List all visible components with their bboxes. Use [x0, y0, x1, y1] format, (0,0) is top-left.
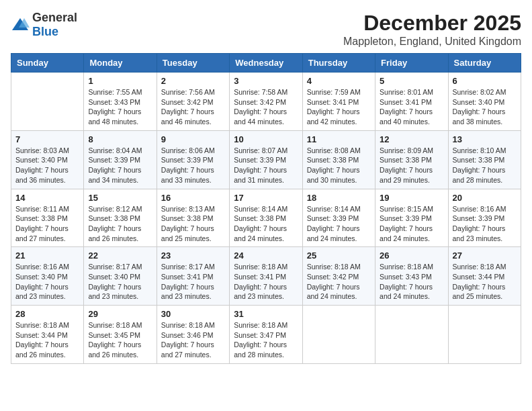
- calendar-week-2: 7Sunrise: 8:03 AMSunset: 3:40 PMDaylight…: [11, 130, 521, 189]
- day-info: Sunrise: 7:55 AMSunset: 3:43 PMDaylight:…: [88, 87, 152, 127]
- day-info: Sunrise: 8:01 AMSunset: 3:41 PMDaylight:…: [380, 87, 443, 127]
- calendar-cell: [11, 73, 84, 131]
- calendar-cell: 25Sunrise: 8:18 AMSunset: 3:42 PMDayligh…: [302, 247, 375, 306]
- calendar-cell: 22Sunrise: 8:17 AMSunset: 3:40 PMDayligh…: [84, 247, 157, 306]
- day-info: Sunrise: 8:18 AMSunset: 3:44 PMDaylight:…: [453, 262, 517, 302]
- day-info: Sunrise: 8:18 AMSunset: 3:42 PMDaylight:…: [307, 262, 371, 302]
- day-info: Sunrise: 7:59 AMSunset: 3:41 PMDaylight:…: [307, 87, 371, 127]
- day-info: Sunrise: 8:11 AMSunset: 3:38 PMDaylight:…: [15, 204, 79, 244]
- day-number: 18: [307, 193, 371, 203]
- day-number: 26: [380, 250, 443, 261]
- day-number: 29: [88, 309, 152, 319]
- calendar-cell: 2Sunrise: 7:56 AMSunset: 3:42 PMDaylight…: [157, 73, 229, 131]
- day-number: 13: [453, 134, 517, 144]
- calendar-cell: 9Sunrise: 8:06 AMSunset: 3:39 PMDaylight…: [157, 130, 229, 189]
- day-number: 12: [380, 134, 443, 144]
- day-number: 17: [234, 193, 298, 203]
- day-info: Sunrise: 8:02 AMSunset: 3:40 PMDaylight:…: [453, 87, 517, 127]
- calendar-cell: 21Sunrise: 8:16 AMSunset: 3:40 PMDayligh…: [11, 247, 84, 306]
- column-header-monday: Monday: [84, 54, 157, 73]
- calendar-cell: 7Sunrise: 8:03 AMSunset: 3:40 PMDaylight…: [11, 130, 84, 189]
- day-number: 16: [161, 193, 225, 203]
- calendar-week-5: 28Sunrise: 8:18 AMSunset: 3:44 PMDayligh…: [11, 306, 521, 364]
- day-info: Sunrise: 8:16 AMSunset: 3:40 PMDaylight:…: [15, 262, 79, 302]
- calendar-cell: 10Sunrise: 8:07 AMSunset: 3:39 PMDayligh…: [230, 130, 302, 189]
- calendar-cell: 28Sunrise: 8:18 AMSunset: 3:44 PMDayligh…: [11, 306, 84, 364]
- column-header-friday: Friday: [375, 54, 448, 73]
- calendar-cell: 16Sunrise: 8:13 AMSunset: 3:38 PMDayligh…: [157, 189, 229, 247]
- day-number: 19: [380, 193, 443, 203]
- day-number: 1: [88, 76, 152, 86]
- day-number: 6: [453, 76, 517, 86]
- calendar-cell: 30Sunrise: 8:18 AMSunset: 3:46 PMDayligh…: [157, 306, 229, 364]
- calendar-header-row: SundayMondayTuesdayWednesdayThursdayFrid…: [11, 54, 521, 73]
- calendar-cell: 17Sunrise: 8:14 AMSunset: 3:38 PMDayligh…: [230, 189, 302, 247]
- day-number: 7: [15, 134, 79, 144]
- calendar-week-1: 1Sunrise: 7:55 AMSunset: 3:43 PMDaylight…: [11, 73, 521, 131]
- day-info: Sunrise: 8:06 AMSunset: 3:39 PMDaylight:…: [161, 146, 225, 185]
- day-info: Sunrise: 8:17 AMSunset: 3:40 PMDaylight:…: [88, 262, 152, 302]
- calendar-cell: 12Sunrise: 8:09 AMSunset: 3:38 PMDayligh…: [375, 130, 448, 189]
- calendar-cell: 19Sunrise: 8:15 AMSunset: 3:39 PMDayligh…: [375, 189, 448, 247]
- day-info: Sunrise: 8:09 AMSunset: 3:38 PMDaylight:…: [380, 146, 443, 185]
- day-info: Sunrise: 8:14 AMSunset: 3:39 PMDaylight:…: [307, 204, 371, 244]
- day-info: Sunrise: 8:04 AMSunset: 3:39 PMDaylight:…: [88, 146, 152, 185]
- calendar-week-3: 14Sunrise: 8:11 AMSunset: 3:38 PMDayligh…: [11, 189, 521, 247]
- day-number: 4: [307, 76, 371, 86]
- calendar-cell: 13Sunrise: 8:10 AMSunset: 3:38 PMDayligh…: [448, 130, 521, 189]
- day-info: Sunrise: 8:18 AMSunset: 3:47 PMDaylight:…: [234, 320, 298, 360]
- calendar-cell: 31Sunrise: 8:18 AMSunset: 3:47 PMDayligh…: [230, 306, 302, 364]
- column-header-wednesday: Wednesday: [230, 54, 302, 73]
- calendar-cell: [448, 306, 521, 364]
- subtitle: Mappleton, England, United Kingdom: [343, 36, 521, 48]
- day-number: 14: [15, 193, 79, 203]
- day-number: 21: [15, 250, 79, 261]
- logo-text-blue: Blue: [32, 25, 58, 38]
- calendar-cell: 26Sunrise: 8:18 AMSunset: 3:43 PMDayligh…: [375, 247, 448, 306]
- main-title: December 2025: [343, 11, 521, 36]
- day-number: 31: [234, 309, 298, 319]
- day-number: 30: [161, 309, 225, 319]
- day-info: Sunrise: 7:58 AMSunset: 3:42 PMDaylight:…: [234, 87, 298, 127]
- day-number: 10: [234, 134, 298, 144]
- day-number: 11: [307, 134, 371, 144]
- day-info: Sunrise: 8:18 AMSunset: 3:45 PMDaylight:…: [88, 320, 152, 360]
- logo: General Blue: [11, 11, 77, 39]
- day-number: 5: [380, 76, 443, 86]
- day-info: Sunrise: 8:03 AMSunset: 3:40 PMDaylight:…: [15, 146, 79, 185]
- day-info: Sunrise: 8:18 AMSunset: 3:43 PMDaylight:…: [380, 262, 443, 302]
- calendar-cell: 6Sunrise: 8:02 AMSunset: 3:40 PMDaylight…: [448, 73, 521, 131]
- calendar-cell: 8Sunrise: 8:04 AMSunset: 3:39 PMDaylight…: [84, 130, 157, 189]
- column-header-sunday: Sunday: [11, 54, 84, 73]
- day-number: 24: [234, 250, 298, 261]
- day-info: Sunrise: 8:17 AMSunset: 3:41 PMDaylight:…: [161, 262, 225, 302]
- day-info: Sunrise: 8:07 AMSunset: 3:39 PMDaylight:…: [234, 146, 298, 185]
- day-number: 3: [234, 76, 298, 86]
- logo-icon: [11, 15, 30, 34]
- day-number: 15: [88, 193, 152, 203]
- calendar-cell: 24Sunrise: 8:18 AMSunset: 3:41 PMDayligh…: [230, 247, 302, 306]
- calendar-cell: 4Sunrise: 7:59 AMSunset: 3:41 PMDaylight…: [302, 73, 375, 131]
- calendar-cell: 27Sunrise: 8:18 AMSunset: 3:44 PMDayligh…: [448, 247, 521, 306]
- calendar-cell: 5Sunrise: 8:01 AMSunset: 3:41 PMDaylight…: [375, 73, 448, 131]
- day-info: Sunrise: 8:18 AMSunset: 3:46 PMDaylight:…: [161, 320, 225, 360]
- day-info: Sunrise: 8:18 AMSunset: 3:44 PMDaylight:…: [15, 320, 79, 360]
- day-info: Sunrise: 8:13 AMSunset: 3:38 PMDaylight:…: [161, 204, 225, 244]
- calendar-cell: 1Sunrise: 7:55 AMSunset: 3:43 PMDaylight…: [84, 73, 157, 131]
- day-info: Sunrise: 8:15 AMSunset: 3:39 PMDaylight:…: [380, 204, 443, 244]
- day-info: Sunrise: 8:08 AMSunset: 3:38 PMDaylight:…: [307, 146, 371, 185]
- day-info: Sunrise: 8:18 AMSunset: 3:41 PMDaylight:…: [234, 262, 298, 302]
- calendar-cell: 11Sunrise: 8:08 AMSunset: 3:38 PMDayligh…: [302, 130, 375, 189]
- calendar-cell: 3Sunrise: 7:58 AMSunset: 3:42 PMDaylight…: [230, 73, 302, 131]
- day-info: Sunrise: 8:12 AMSunset: 3:38 PMDaylight:…: [88, 204, 152, 244]
- day-number: 8: [88, 134, 152, 144]
- day-number: 9: [161, 134, 225, 144]
- calendar-cell: [302, 306, 375, 364]
- day-number: 20: [453, 193, 517, 203]
- page-header: General Blue December 2025 Mappleton, En…: [11, 11, 521, 48]
- calendar-cell: 18Sunrise: 8:14 AMSunset: 3:39 PMDayligh…: [302, 189, 375, 247]
- day-number: 23: [161, 250, 225, 261]
- day-number: 27: [453, 250, 517, 261]
- calendar-cell: 15Sunrise: 8:12 AMSunset: 3:38 PMDayligh…: [84, 189, 157, 247]
- logo-text-general: General: [32, 11, 77, 24]
